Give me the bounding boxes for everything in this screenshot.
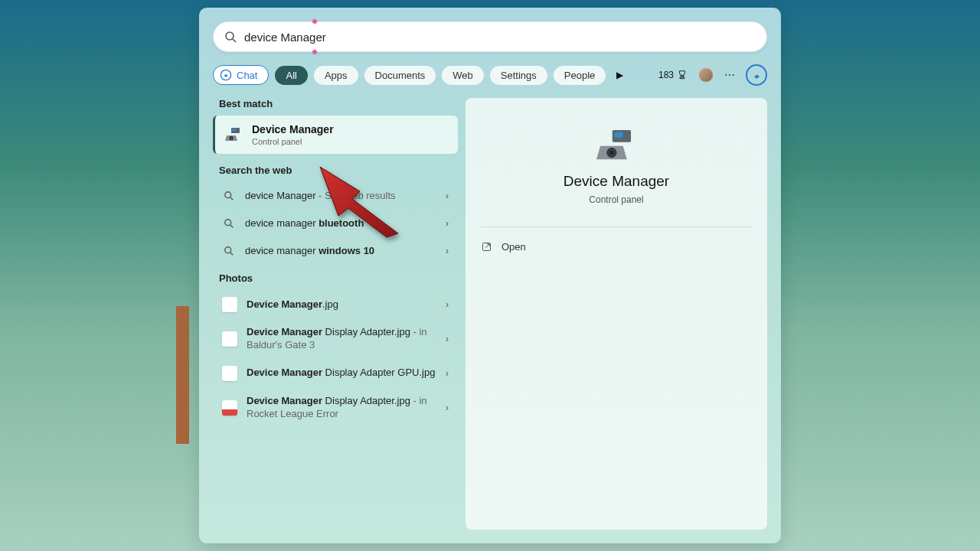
chevron-right-icon: › [446, 191, 449, 201]
photo-result-2[interactable]: Device Manager Display Adapter GPU.jpg › [213, 359, 458, 388]
svg-point-15 [609, 151, 613, 155]
more-icon[interactable]: ⋯ [724, 69, 735, 81]
svg-point-0 [226, 32, 234, 40]
chevron-right-icon: › [446, 218, 449, 229]
photo-result-0[interactable]: Device Manager.jpg › [213, 290, 458, 319]
search-icon [224, 246, 234, 256]
web-result-text: device manager bluetooth [245, 217, 436, 230]
chevron-right-icon: › [446, 246, 449, 256]
web-result-text: device manager windows 10 [245, 245, 436, 258]
cursor-marker-bottom [312, 50, 317, 54]
tab-web[interactable]: Web [442, 66, 484, 85]
svg-line-9 [230, 225, 234, 228]
bing-button[interactable] [746, 64, 767, 86]
chevron-right-icon: › [446, 403, 449, 413]
trophy-icon [677, 70, 688, 80]
best-match-title: Device Manager [252, 123, 334, 135]
search-flyout: Chat All Apps Documents Web Settings Peo… [199, 8, 781, 543]
content-area: Best match Device Manager Control panel … [213, 98, 767, 530]
points-value: 183 [658, 70, 674, 80]
tab-documents[interactable]: Documents [364, 66, 436, 85]
photo-result-1[interactable]: Device Manager Display Adapter.jpg - in … [213, 319, 458, 359]
best-match-header: Best match [219, 98, 458, 109]
file-thumb [222, 297, 237, 312]
open-icon [481, 241, 492, 253]
detail-pane: Device Manager Control panel Open [466, 98, 767, 530]
chevron-right-icon: › [446, 334, 449, 344]
cursor-marker-top [312, 19, 317, 24]
photo-result-text: Device Manager Display Adapter.jpg - in … [247, 326, 436, 352]
web-result-2[interactable]: device manager windows 10 › [213, 237, 458, 265]
web-header: Search the web [219, 165, 458, 176]
filter-row: Chat All Apps Documents Web Settings Peo… [213, 64, 767, 86]
web-result-1[interactable]: device manager bluetooth › [213, 210, 458, 237]
svg-rect-4 [232, 129, 236, 131]
photo-result-text: Device Manager Display Adapter.jpg - in … [247, 395, 436, 421]
file-thumb [222, 400, 237, 416]
photo-result-text: Device Manager.jpg [247, 298, 436, 311]
open-label: Open [501, 241, 526, 253]
search-icon [224, 31, 237, 43]
file-thumb [222, 331, 237, 347]
tab-all[interactable]: All [275, 66, 307, 85]
overflow-caret-icon[interactable]: ▶ [616, 70, 623, 80]
tab-people[interactable]: People [554, 66, 606, 85]
bing-chat-icon [220, 69, 232, 81]
chevron-right-icon: › [446, 368, 449, 379]
svg-point-8 [225, 220, 231, 226]
svg-line-7 [230, 197, 234, 201]
search-icon [224, 191, 234, 201]
web-result-text: device Manager - See web results [245, 190, 436, 203]
best-match-subtitle: Control panel [252, 137, 334, 146]
search-icon [224, 218, 234, 229]
photo-result-3[interactable]: Device Manager Display Adapter.jpg - in … [213, 388, 458, 428]
svg-point-10 [225, 247, 231, 253]
svg-point-6 [225, 192, 231, 198]
user-avatar[interactable] [698, 67, 714, 83]
svg-rect-13 [614, 132, 622, 138]
device-manager-icon [224, 126, 243, 144]
tab-apps[interactable]: Apps [314, 66, 358, 85]
chevron-right-icon: › [446, 299, 449, 310]
file-thumb [222, 366, 237, 381]
chat-label: Chat [237, 70, 257, 81]
detail-subtitle: Control panel [589, 194, 643, 205]
svg-line-1 [233, 39, 236, 42]
results-column: Best match Device Manager Control panel … [213, 98, 458, 530]
search-input[interactable] [244, 31, 756, 44]
detail-title: Device Manager [564, 173, 669, 190]
bing-icon [751, 70, 762, 80]
wallpaper-accent [176, 306, 189, 444]
svg-point-5 [230, 136, 234, 140]
divider [481, 227, 752, 227]
device-manager-large-icon [596, 129, 636, 162]
open-action[interactable]: Open [481, 241, 526, 253]
svg-line-11 [230, 253, 234, 256]
best-match-item[interactable]: Device Manager Control panel [213, 116, 458, 154]
header-right-controls: 183 ⋯ [658, 64, 767, 86]
rewards-points[interactable]: 183 [658, 70, 688, 80]
web-result-0[interactable]: device Manager - See web results › [213, 182, 458, 210]
photo-result-text: Device Manager Display Adapter GPU.jpg [247, 367, 436, 380]
chat-button[interactable]: Chat [213, 65, 269, 85]
tab-settings[interactable]: Settings [490, 66, 547, 85]
photos-header: Photos [219, 272, 458, 284]
search-bar[interactable] [213, 21, 767, 52]
